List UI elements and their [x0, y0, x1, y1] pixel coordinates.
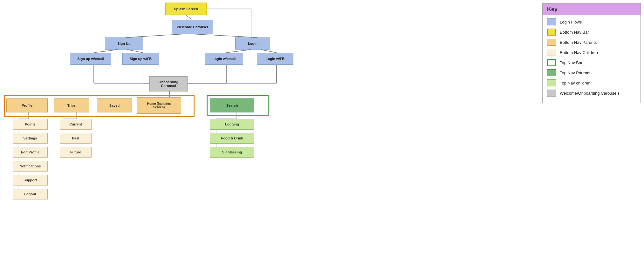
svg-line-6 [127, 50, 143, 53]
legend-body: Login Flows Bottom Nav Bar Bottom Nav Pa… [543, 15, 641, 103]
legend-label-bottom-nav-bar: Bottom Nav Bar [560, 30, 589, 35]
legend: Key Login Flows Bottom Nav Bar Bottom Na… [542, 3, 641, 103]
legend-item-top-nav-parents: Top Nav Parents [547, 69, 636, 76]
search-node: Search [210, 98, 254, 112]
legend-box-top-nav-parents [547, 69, 556, 76]
svg-line-7 [226, 50, 251, 53]
legend-item-bottom-nav-bar: Bottom Nav Bar [547, 29, 636, 36]
splash-screen-node: Splash Screen [165, 3, 207, 15]
svg-line-5 [94, 50, 118, 53]
notifications-node: Notifications [13, 161, 48, 172]
login-email-node: Login w/email [205, 53, 243, 65]
legend-label-bottom-nav-children: Bottom Nav Children [560, 50, 598, 55]
legend-label-onboarding-carousels: Welcome/Onboarding Carousels [560, 91, 620, 96]
logout-node: Logout [13, 189, 48, 199]
sign-up-node: Sign Up [105, 37, 143, 50]
edit-profile-node: Edit Profile [13, 147, 48, 158]
legend-label-login-flows: Login Flows [560, 20, 582, 24]
saved-node: Saved [97, 98, 132, 112]
home-node: Home (includes Search) [137, 97, 181, 114]
legend-item-top-nav-children: Top Nav children [547, 79, 636, 86]
legend-box-top-nav-bar [547, 59, 556, 66]
legend-item-onboarding-carousels: Welcome/Onboarding Carousels [547, 90, 636, 97]
login-fb-node: Login w/FB [257, 53, 293, 65]
legend-box-bottom-nav-children [547, 49, 556, 56]
legend-box-bottom-nav-parents [547, 39, 556, 46]
signup-email-node: Sign up w/email [70, 53, 111, 65]
legend-label-top-nav-children: Top Nav children [560, 81, 591, 85]
legend-box-onboarding-carousels [547, 90, 556, 97]
past-node: Past [60, 133, 92, 144]
food-drink-node: Food & Drink [210, 133, 254, 144]
current-node: Current [60, 119, 92, 130]
settings-node: Settings [13, 133, 48, 144]
signup-fb-node: Sign up w/FB [122, 53, 159, 65]
future-node: Future [60, 147, 92, 158]
legend-title: Key [543, 3, 641, 15]
legend-item-login-flows: Login Flows [547, 18, 636, 25]
lodging-node: Lodging [210, 119, 254, 130]
legend-item-top-nav-bar: Top Nav Bar [547, 59, 636, 66]
legend-item-bottom-nav-children: Bottom Nav Children [547, 49, 636, 56]
legend-box-top-nav-children [547, 79, 556, 86]
svg-line-4 [192, 34, 257, 37]
legend-item-bottom-nav-parents: Bottom Nav Parents [547, 39, 636, 46]
legend-label-top-nav-parents: Top Nav Parents [560, 71, 590, 75]
svg-line-3 [126, 34, 184, 37]
welcome-carousel-node: Welcome Carousel [172, 20, 213, 34]
legend-box-bottom-nav-bar [547, 29, 556, 36]
points-node: Points [13, 119, 48, 130]
profile-node: Profile [6, 98, 48, 112]
svg-line-0 [186, 15, 192, 20]
sightseeing-node: Sightseeing [210, 147, 254, 158]
trips-node: Trips [54, 98, 89, 112]
legend-label-bottom-nav-parents: Bottom Nav Parents [560, 40, 597, 45]
login-node: Login [235, 37, 270, 50]
legend-label-top-nav-bar: Top Nav Bar [560, 60, 583, 65]
legend-box-login-flows [547, 18, 556, 25]
svg-line-8 [261, 50, 277, 53]
support-node: Support [13, 175, 48, 185]
onboarding-carousel-node: Onboarding Carousel [149, 76, 188, 91]
